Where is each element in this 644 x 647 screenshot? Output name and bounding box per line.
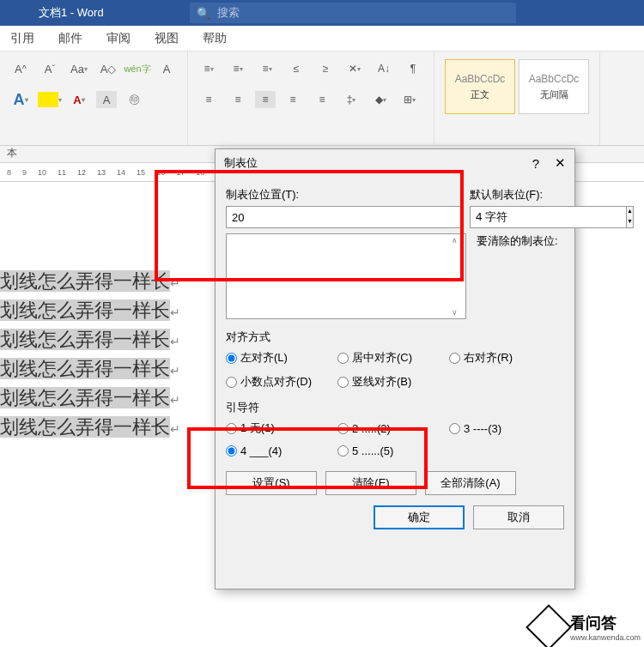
align-right-radio[interactable]: 右对齐(R) [449, 350, 544, 366]
close-icon[interactable]: ✕ [555, 155, 566, 171]
change-case-button[interactable]: Aa▾ [67, 57, 91, 81]
style-normal[interactable]: AaBbCcDc 正文 [445, 59, 515, 114]
tabs-dialog: 制表位 ? ✕ 制表位位置(T): 默认制表位(F): ▲▼ ∧ ∨ [215, 148, 575, 590]
align-center-radio[interactable]: 居中对齐(C) [337, 350, 449, 366]
watermark-url: www.kanwenda.com [570, 633, 641, 642]
leader-group: 1 无(1) 2 .....(2) 3 ----(3) 4 ___(4) 5 .… [226, 420, 564, 457]
font-color-button[interactable]: A▾ [67, 88, 91, 112]
set-button[interactable]: 设置(S) [226, 471, 317, 495]
align-left-radio[interactable]: 左对齐(L) [226, 350, 337, 366]
tab-view[interactable]: 视图 [155, 31, 179, 46]
search-icon: 🔍 [197, 7, 210, 20]
styles-group: AaBbCcDc 正文 AaBbCcDc 无间隔 [434, 51, 600, 145]
align-left-button[interactable]: ≡ [197, 88, 221, 112]
default-tab-label: 默认制表位(F): [470, 187, 564, 203]
show-marks-button[interactable]: ¶ [401, 57, 425, 81]
align-bar-radio[interactable]: 竖线对齐(B) [337, 374, 449, 390]
tab-position-input[interactable] [226, 206, 461, 228]
chevron-up-icon: ▲ [627, 207, 633, 217]
leader-none-radio[interactable]: 1 无(1) [226, 420, 337, 436]
default-tab-input[interactable] [470, 206, 627, 228]
text-effects-button[interactable]: A▾ [9, 88, 33, 112]
grow-font-button[interactable]: A^ [9, 57, 33, 81]
leader-label: 引导符 [226, 400, 564, 415]
decrease-indent-button[interactable]: ≤ [284, 57, 308, 81]
chevron-down-icon[interactable]: ∨ [452, 308, 464, 317]
tab-review[interactable]: 审阅 [106, 31, 131, 46]
line-spacing-button[interactable]: ‡▾ [339, 88, 363, 112]
cancel-button[interactable]: 取消 [473, 505, 564, 529]
style-no-spacing[interactable]: AaBbCcDc 无间隔 [519, 59, 589, 114]
align-right-button[interactable]: ≡ [255, 91, 276, 108]
shrink-font-button[interactable]: Aˇ [38, 57, 62, 81]
highlight-button[interactable]: ▾ [38, 88, 62, 112]
spinner-buttons[interactable]: ▲▼ [627, 206, 634, 228]
clear-button[interactable]: 清除(E) [325, 471, 416, 495]
dialog-titlebar: 制表位 ? ✕ [216, 149, 574, 177]
character-border-button[interactable]: A [155, 57, 179, 81]
enclose-chars-button[interactable]: ㊞ [122, 88, 146, 112]
phonetic-guide-button[interactable]: wén字 [125, 57, 149, 81]
chevron-down-icon: ▼ [627, 217, 633, 227]
alignment-group: 左对齐(L) 居中对齐(C) 右对齐(R) 小数点对齐(D) 竖线对齐(B) [226, 350, 564, 390]
font-group: A^ Aˇ Aa▾ A◇ wén字 A A▾ ▾ A▾ A ㊞ [0, 51, 188, 145]
sort-button[interactable]: A↓ [372, 57, 396, 81]
align-center-button[interactable]: ≡ [226, 88, 250, 112]
asian-layout-button[interactable]: ✕▾ [343, 57, 367, 81]
tab-position-label: 制表位位置(T): [226, 187, 461, 203]
align-decimal-radio[interactable]: 小数点对齐(D) [226, 374, 337, 390]
paragraph-group: ≡▾ ≡▾ ≡▾ ≤ ≥ ✕▾ A↓ ¶ ≡ ≡ ≡ ≡ ≡ ‡▾ ◆▾ ⊞▾ [188, 51, 434, 145]
clear-tabs-label: 要清除的制表位: [477, 233, 558, 319]
clear-all-button[interactable]: 全部清除(A) [425, 471, 516, 495]
tab-list[interactable]: ∧ ∨ [226, 233, 466, 319]
alignment-label: 对齐方式 [226, 330, 564, 345]
chevron-up-icon[interactable]: ∧ [452, 236, 464, 245]
leader-dash-radio[interactable]: 3 ----(3) [449, 420, 544, 436]
multilevel-button[interactable]: ≡▾ [255, 57, 279, 81]
distribute-button[interactable]: ≡ [310, 88, 334, 112]
increase-indent-button[interactable]: ≥ [313, 57, 337, 81]
ribbon: A^ Aˇ Aa▾ A◇ wén字 A A▾ ▾ A▾ A ㊞ ≡▾ ≡▾ ≡▾… [0, 51, 644, 146]
dialog-title-text: 制表位 [224, 155, 258, 171]
title-bar: 文档1 - Word 🔍 搜索 [0, 0, 644, 26]
bullets-button[interactable]: ≡▾ [197, 57, 221, 81]
watermark: 看问答 www.kanwenda.com [532, 611, 641, 644]
watermark-brand: 看问答 [570, 614, 617, 632]
clear-format-button[interactable]: A◇ [96, 57, 120, 81]
ribbon-tabs: 引用 邮件 审阅 视图 帮助 [0, 26, 644, 51]
leader-dot2-radio[interactable]: 5 ......(5) [337, 444, 449, 457]
numbering-button[interactable]: ≡▾ [226, 57, 250, 81]
character-shading-button[interactable]: A [96, 91, 117, 108]
shading-button[interactable]: ◆▾ [368, 88, 392, 112]
justify-button[interactable]: ≡ [281, 88, 305, 112]
search-placeholder: 搜索 [217, 5, 240, 21]
help-icon[interactable]: ? [532, 156, 539, 171]
ok-button[interactable]: 确定 [374, 505, 465, 529]
tab-references[interactable]: 引用 [10, 31, 34, 46]
watermark-logo [526, 604, 572, 647]
leader-underscore-radio[interactable]: 4 ___(4) [226, 444, 337, 457]
borders-button[interactable]: ⊞▾ [398, 88, 422, 112]
tab-help[interactable]: 帮助 [203, 31, 227, 46]
search-box[interactable]: 🔍 搜索 [190, 3, 516, 23]
leader-dot-radio[interactable]: 2 .....(2) [337, 420, 449, 436]
tab-mailings[interactable]: 邮件 [58, 31, 82, 46]
window-title: 文档1 - Word [0, 5, 104, 21]
